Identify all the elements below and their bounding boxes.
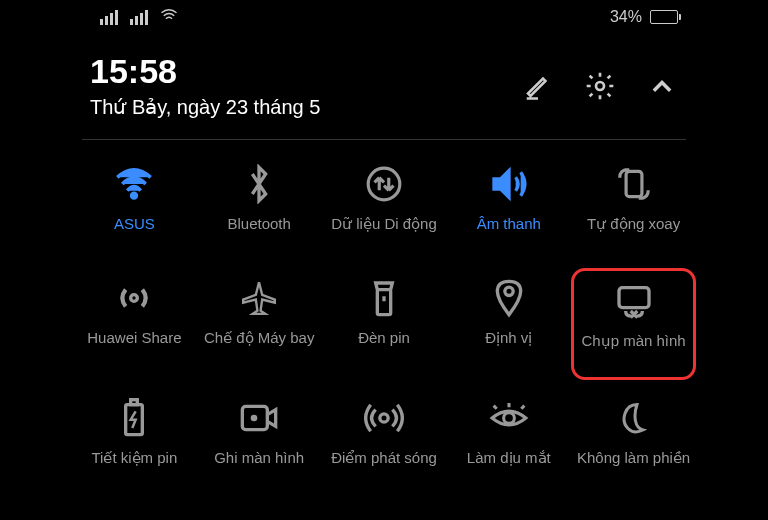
- battery-icon: [114, 398, 154, 438]
- toggle-label: Tự động xoay: [587, 214, 680, 252]
- toggle-screenshot[interactable]: Chụp màn hình: [571, 268, 696, 380]
- svg-point-2: [368, 168, 400, 200]
- hotspot-icon: [364, 398, 404, 438]
- toggle-bluetooth[interactable]: Bluetooth: [197, 154, 322, 260]
- toggle-sound[interactable]: Âm thanh: [446, 154, 571, 260]
- sound-icon: [489, 164, 529, 204]
- svg-point-13: [503, 413, 514, 424]
- toggle-label: Âm thanh: [477, 214, 541, 252]
- toggle-hotspot[interactable]: Điểm phát sóng: [322, 388, 447, 494]
- toggle-label: Không làm phiền: [577, 448, 690, 486]
- status-right: 34%: [610, 8, 678, 26]
- gear-icon[interactable]: [584, 70, 616, 102]
- toggle-location[interactable]: Định vị: [446, 268, 571, 380]
- screenshot-icon: [614, 281, 654, 321]
- wifi-icon: [114, 164, 154, 204]
- toggle-label: Bluetooth: [228, 214, 291, 252]
- signal-icon: [100, 10, 118, 25]
- toggle-label: ASUS: [114, 214, 155, 252]
- toggle-label: Chế độ Máy bay: [204, 328, 315, 366]
- date: Thứ Bảy, ngày 23 tháng 5: [90, 95, 320, 119]
- svg-rect-7: [619, 288, 649, 308]
- toggle-label: Dữ liệu Di động: [331, 214, 437, 252]
- panel-header: 15:58 Thứ Bảy, ngày 23 tháng 5: [0, 34, 768, 139]
- huaweishare-icon: [114, 278, 154, 318]
- toggle-label: Đèn pin: [358, 328, 410, 366]
- airplane-icon: [239, 278, 279, 318]
- dnd-icon: [614, 398, 654, 438]
- status-bar: 34%: [0, 0, 768, 34]
- quick-toggles-grid: ASUSBluetoothDữ liệu Di độngÂm thanhTự đ…: [0, 154, 768, 494]
- battery-icon: [650, 10, 678, 24]
- svg-point-0: [596, 82, 604, 90]
- location-icon: [489, 278, 529, 318]
- toggle-huaweishare[interactable]: Huawei Share: [72, 268, 197, 380]
- svg-point-11: [251, 415, 258, 422]
- header-actions: [522, 70, 678, 102]
- toggle-label: Huawei Share: [87, 328, 181, 366]
- mobiledata-icon: [364, 164, 404, 204]
- svg-point-12: [380, 414, 388, 422]
- svg-point-6: [505, 287, 513, 295]
- svg-point-1: [132, 193, 137, 198]
- signal-icon-2: [130, 10, 148, 25]
- wifi-status-icon: [160, 8, 178, 26]
- toggle-dnd[interactable]: Không làm phiền: [571, 388, 696, 494]
- toggle-label: Ghi màn hình: [214, 448, 304, 486]
- chevron-up-icon[interactable]: [646, 70, 678, 102]
- autorotate-icon: [614, 164, 654, 204]
- toggle-autorotate[interactable]: Tự động xoay: [571, 154, 696, 260]
- toggle-flashlight[interactable]: Đèn pin: [322, 268, 447, 380]
- svg-rect-3: [626, 171, 642, 196]
- toggle-label: Làm dịu mắt: [467, 448, 551, 486]
- status-left: [100, 8, 178, 26]
- toggle-label: Điểm phát sóng: [331, 448, 437, 486]
- time-block: 15:58 Thứ Bảy, ngày 23 tháng 5: [90, 52, 320, 119]
- svg-point-4: [131, 295, 138, 302]
- divider: [82, 139, 686, 140]
- toggle-label: Tiết kiệm pin: [92, 448, 178, 486]
- svg-rect-5: [377, 290, 390, 315]
- time: 15:58: [90, 52, 320, 91]
- toggle-eyecomfort[interactable]: Làm dịu mắt: [446, 388, 571, 494]
- toggle-mobiledata[interactable]: Dữ liệu Di động: [322, 154, 447, 260]
- toggle-label: Định vị: [485, 328, 532, 366]
- battery-text: 34%: [610, 8, 642, 26]
- screenrecord-icon: [239, 398, 279, 438]
- edit-icon[interactable]: [522, 70, 554, 102]
- eyecomfort-icon: [489, 398, 529, 438]
- toggle-label: Chụp màn hình: [581, 331, 685, 369]
- toggle-airplane[interactable]: Chế độ Máy bay: [197, 268, 322, 380]
- bluetooth-icon: [239, 164, 279, 204]
- toggle-battery[interactable]: Tiết kiệm pin: [72, 388, 197, 494]
- svg-rect-9: [131, 400, 138, 405]
- toggle-wifi[interactable]: ASUS: [72, 154, 197, 260]
- flashlight-icon: [364, 278, 404, 318]
- toggle-screenrecord[interactable]: Ghi màn hình: [197, 388, 322, 494]
